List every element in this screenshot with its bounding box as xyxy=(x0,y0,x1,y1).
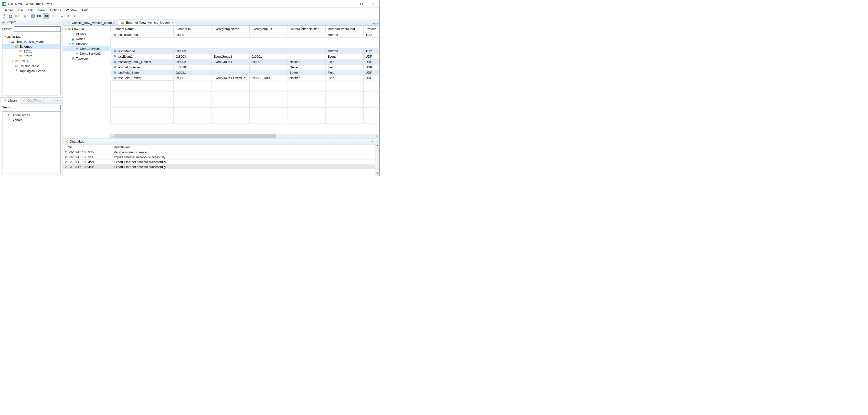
twisty-icon[interactable]: ▾ xyxy=(3,35,7,38)
scroll-left-button[interactable]: ◄ xyxy=(111,134,115,138)
log-row[interactable]: 2023-10-16 18:53:22Vehicle model is crea… xyxy=(63,150,375,155)
close-button[interactable] xyxy=(367,0,378,7)
twisty-icon[interactable]: ▸ xyxy=(3,114,7,116)
scroll-right-button[interactable]: ► xyxy=(375,134,379,138)
nav-services[interactable]: Services xyxy=(76,42,88,46)
col-mef[interactable]: Method/Event/Field xyxy=(325,26,364,32)
tree-topo[interactable]: Topological Graph xyxy=(20,69,45,73)
minimize-log-button[interactable]: ▭ xyxy=(372,140,375,143)
tab-library[interactable]: ⟳Library xyxy=(0,98,20,103)
table-view-button[interactable] xyxy=(30,13,36,19)
open-button[interactable] xyxy=(14,13,20,19)
scroll-down-button[interactable]: ▼ xyxy=(375,172,379,176)
menu-server[interactable]: Server xyxy=(1,7,16,13)
table-row[interactable] xyxy=(111,38,379,48)
twisty-icon[interactable]: ▾ xyxy=(68,42,71,45)
tree-signal-types[interactable]: Signal Types xyxy=(12,113,30,117)
svg-point-21 xyxy=(16,65,16,66)
maximize-editor-button[interactable]: ▫ xyxy=(377,22,378,25)
tree-ecus[interactable]: ECUs xyxy=(20,59,28,63)
table-row[interactable]: testRRMethod0x0001MethodTCP xyxy=(111,32,379,38)
tab-check[interactable]: ✓ Check {(New_Vehicle_Model)} xyxy=(64,20,118,25)
nav-demo2[interactable]: DemoService2 xyxy=(80,52,101,56)
library-search-label: Search: xyxy=(2,106,12,109)
table-row[interactable]: testField_Getter0x0020GetterFieldUDP xyxy=(111,64,379,70)
ethernet-nav-tree[interactable]: ▾Ethernet ▸◇VLANs ▸▣Nodes ▾✱Services ✱De… xyxy=(63,26,110,138)
project-tree[interactable]: ▾🚗DEMO ▾🚙New_Vehicle_Model ▾Ethernet ECU… xyxy=(2,33,61,95)
col-eventgroup-name[interactable]: Eventgroup Name xyxy=(212,26,250,32)
scroll-up-button[interactable]: ▲ xyxy=(375,144,379,149)
twisty-icon[interactable]: ▸ xyxy=(11,60,14,62)
col-element-name[interactable]: Element Name xyxy=(111,26,174,32)
log-col-desc[interactable]: Description xyxy=(112,145,375,150)
new-file-button[interactable] xyxy=(1,13,7,19)
minimize-panel-button[interactable]: ▭ xyxy=(55,99,58,102)
tree-signals[interactable]: Signals xyxy=(12,118,22,122)
table-row[interactable]: testField_Setter0x0021SetterFieldUDP xyxy=(111,70,379,75)
tree-demo[interactable]: DEMO xyxy=(12,35,21,39)
twisty-icon[interactable]: ▸ xyxy=(68,33,71,35)
twisty-icon[interactable]: ▾ xyxy=(64,28,67,30)
panel-menu-button[interactable]: ▫ xyxy=(59,99,63,102)
tab-datatype[interactable]: ⟳DataType xyxy=(20,98,44,103)
element-table[interactable]: Element Name Element ID Eventgroup Name … xyxy=(111,26,379,134)
log-vertical-scrollbar[interactable]: ▲ ▼ xyxy=(375,144,379,176)
hex-button[interactable]: HEX xyxy=(43,13,49,19)
save-button[interactable] xyxy=(7,13,13,19)
menu-view[interactable]: View xyxy=(36,7,48,13)
twisty-icon[interactable]: ▸ xyxy=(68,38,71,40)
horizontal-scrollbar[interactable]: ◄ ► xyxy=(111,134,379,138)
maximize-button[interactable] xyxy=(356,0,367,7)
tree-ethernet[interactable]: Ethernet xyxy=(20,45,32,48)
minimize-button[interactable] xyxy=(345,0,356,7)
log-row[interactable]: 2023-10-16 18:54:36Export Ethernet netwo… xyxy=(63,164,375,169)
datatype-icon: ⟳ xyxy=(23,98,27,102)
svg-point-32 xyxy=(72,57,73,58)
log-row[interactable]: 2023-10-16 18:54:21Export Ethernet netwo… xyxy=(63,160,375,164)
col-eventgroup-id[interactable]: Eventgroup ID xyxy=(249,26,287,32)
svg-rect-16 xyxy=(19,56,22,57)
library-tree[interactable]: ▸ΣSignal Types ⟳Signals xyxy=(2,111,61,174)
twisty-icon[interactable]: ▾ xyxy=(7,40,11,43)
scroll-thumb[interactable] xyxy=(115,134,276,138)
tree-routing[interactable]: Routing Table xyxy=(20,64,39,68)
log-col-time[interactable]: Time xyxy=(63,145,112,150)
svg-line-36 xyxy=(73,58,74,59)
nav-vlans[interactable]: VLANs xyxy=(76,32,86,36)
menu-window[interactable]: Window xyxy=(63,7,80,13)
col-protocol[interactable]: Protocol xyxy=(364,26,379,32)
menu-help[interactable]: Help xyxy=(80,7,91,13)
log-row[interactable]: 2023-10-16 18:53:38Import ethernet netwo… xyxy=(63,155,375,160)
menu-edit[interactable]: Edit xyxy=(25,7,36,13)
dec-button[interactable]: DEC xyxy=(36,13,42,19)
minimize-panel-button[interactable]: ▭ xyxy=(53,21,57,24)
col-element-id[interactable]: Element ID xyxy=(174,26,212,32)
nav-demo1[interactable]: DemoService1 xyxy=(80,47,101,51)
project-search-input[interactable] xyxy=(14,26,61,32)
tree-ecu2[interactable]: ECU2 xyxy=(24,55,32,58)
library-icon: ⟳ xyxy=(3,99,7,102)
minimize-editor-button[interactable]: ▭ xyxy=(373,22,376,25)
panel-menu-button[interactable]: ▫ xyxy=(58,21,61,24)
menu-file[interactable]: File xyxy=(16,7,25,13)
tree-model[interactable]: New_Vehicle_Model xyxy=(16,40,44,43)
tree-ecu1[interactable]: ECU1 xyxy=(24,50,32,53)
ecus-icon xyxy=(14,59,19,63)
nav-ethernet[interactable]: Ethernet xyxy=(72,27,84,31)
table-row[interactable]: testEvent10x8003EventGroup10x0001EventUD… xyxy=(111,54,379,59)
library-search-input[interactable] xyxy=(14,105,61,110)
tab-close-button[interactable]: ✕ xyxy=(171,21,174,24)
nav-nodes[interactable]: Nodes xyxy=(76,37,85,41)
table-row[interactable]: testNotifyField2_Notifier0x8002EventGrou… xyxy=(111,59,379,64)
twisty-icon[interactable]: ▾ xyxy=(11,45,14,47)
svg-rect-7 xyxy=(9,17,11,17)
nav-topology[interactable]: Topology xyxy=(76,57,89,60)
menu-options[interactable]: Options xyxy=(48,7,63,13)
table-row[interactable]: testffMethod0x0002MethodTCP xyxy=(111,48,379,54)
maximize-log-button[interactable]: ▫ xyxy=(377,140,378,143)
ecu-icon xyxy=(19,49,23,53)
svg-point-43 xyxy=(114,77,116,79)
table-row[interactable]: testField_Notifier0x8001EventGroup1,Even… xyxy=(111,75,379,81)
col-gsn[interactable]: Getter/Setter/Notifier xyxy=(287,26,326,32)
tab-ethernet[interactable]: Ethernet (New_Vehicle_Model) ✕ xyxy=(118,20,176,25)
